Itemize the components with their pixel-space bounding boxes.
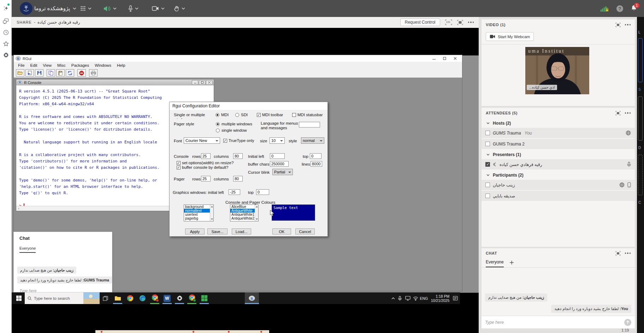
screen-share-icon[interactable] bbox=[0, 16, 12, 27]
print-button[interactable] bbox=[89, 69, 98, 77]
layout-thumbnail[interactable] bbox=[638, 38, 643, 82]
fullscreen-icon[interactable] bbox=[615, 23, 621, 27]
attendee-row[interactable]: زينب حاجيان bbox=[481, 180, 635, 190]
chat-pod-menu-button[interactable] bbox=[625, 252, 631, 254]
r-console-titlebar[interactable]: R R Console bbox=[16, 79, 214, 85]
set-options-checkbox[interactable] bbox=[177, 161, 181, 165]
word-button[interactable]: W bbox=[162, 292, 172, 304]
copy-button[interactable] bbox=[47, 69, 55, 77]
pods-menu-button[interactable] bbox=[80, 0, 91, 17]
fullscreen-icon[interactable] bbox=[615, 251, 621, 256]
microphone-button[interactable] bbox=[128, 0, 138, 17]
chrome-meet-button[interactable] bbox=[149, 292, 160, 304]
share-pod-menu-button[interactable] bbox=[468, 22, 474, 23]
group-presenters[interactable]: Presenters (1) bbox=[481, 150, 635, 159]
apply-button[interactable]: Apply bbox=[185, 228, 205, 234]
tray-network-icon[interactable] bbox=[412, 292, 419, 304]
menu-windows[interactable]: Windows bbox=[92, 63, 114, 67]
save-button[interactable]: Save... bbox=[207, 228, 228, 234]
attendee-checkbox[interactable] bbox=[485, 131, 490, 135]
request-control-button[interactable]: Request Control bbox=[400, 18, 440, 26]
graphics-top-input[interactable]: 0 bbox=[256, 189, 269, 195]
pager-columns-input[interactable]: 80 bbox=[233, 176, 243, 182]
tab-everyone[interactable]: Everyone bbox=[486, 260, 504, 267]
org-logo[interactable] bbox=[20, 2, 33, 15]
colour-component-list[interactable]: background normaltext usertext pagerbg bbox=[184, 204, 214, 221]
fullscreen-icon[interactable] bbox=[615, 111, 621, 115]
list-item[interactable]: AntiqueWhite1 bbox=[230, 213, 258, 216]
list-item[interactable]: usertext bbox=[184, 213, 213, 216]
pager-rows-input[interactable]: 25 bbox=[201, 176, 211, 182]
attendees-pod-menu-button[interactable] bbox=[625, 112, 631, 114]
listbox-scrollbar[interactable] bbox=[255, 205, 258, 221]
menu-edit[interactable]: Edit bbox=[28, 63, 40, 67]
tray-display-icon[interactable] bbox=[404, 292, 411, 304]
settings-button[interactable] bbox=[174, 292, 185, 304]
buffer-lines-input[interactable]: 8000 bbox=[311, 161, 322, 167]
load-button[interactable]: Load... bbox=[232, 228, 251, 234]
rgui-taskbar-button[interactable]: R bbox=[245, 292, 259, 304]
settings-rail-icon[interactable] bbox=[0, 49, 12, 61]
list-item-selected[interactable]: normaltext bbox=[184, 209, 213, 213]
taskbar-search[interactable] bbox=[25, 292, 100, 304]
size-select[interactable]: 10 bbox=[270, 137, 285, 144]
graphics-left-input[interactable]: -25 bbox=[229, 189, 240, 195]
speaker-button[interactable] bbox=[104, 0, 117, 17]
attendee-row[interactable]: GUMS Trauma 2 bbox=[481, 139, 635, 149]
initial-left-input[interactable]: 0 bbox=[270, 153, 285, 159]
mdi-radio[interactable] bbox=[215, 113, 219, 117]
group-participants[interactable]: Participants (2) bbox=[481, 170, 635, 180]
layout-thumbnail[interactable] bbox=[638, 155, 643, 195]
load-workspace-button[interactable] bbox=[25, 69, 34, 77]
multiple-windows-radio[interactable] bbox=[216, 122, 220, 126]
tray-language[interactable]: ENG bbox=[419, 292, 429, 304]
chrome-button[interactable] bbox=[125, 292, 135, 304]
minimize-button[interactable] bbox=[429, 55, 439, 62]
close-button[interactable] bbox=[450, 55, 460, 62]
console-rows-input[interactable]: 25 bbox=[201, 153, 211, 159]
stop-button[interactable] bbox=[77, 69, 86, 77]
tray-mic-icon[interactable] bbox=[397, 292, 403, 304]
cursor-blink-select[interactable]: Partial bbox=[272, 169, 293, 175]
menu-file[interactable]: File bbox=[15, 63, 28, 67]
list-item[interactable]: background bbox=[184, 205, 213, 209]
colour-name-list[interactable]: AliceBlue AntiqueWhite AntiqueWhite1 Ant… bbox=[230, 204, 259, 221]
start-webcam-button[interactable]: Start My Webcam bbox=[486, 32, 534, 41]
attendee-row[interactable]: صديقه بابايي bbox=[481, 191, 635, 201]
buffer-chars-input[interactable]: 250000 bbox=[270, 161, 289, 167]
save-button[interactable] bbox=[35, 69, 43, 77]
attendee-row[interactable]: رقيه فرهادي حسن كياده bbox=[481, 159, 635, 170]
mdi-toolbar-checkbox[interactable] bbox=[257, 113, 261, 117]
weather-widget[interactable] bbox=[83, 292, 100, 304]
chrome-profile-button[interactable] bbox=[187, 292, 197, 304]
webcam-button[interactable] bbox=[152, 0, 165, 17]
close-button[interactable] bbox=[206, 80, 212, 85]
ok-button[interactable]: OK bbox=[272, 228, 291, 234]
menu-help[interactable]: Help bbox=[114, 63, 128, 67]
layout-thumbnail[interactable] bbox=[638, 96, 643, 141]
restore-button[interactable] bbox=[199, 80, 205, 85]
menu-misc[interactable]: Misc bbox=[54, 63, 69, 67]
notifications-button[interactable]: 1 bbox=[631, 5, 637, 12]
fullscreen-icon[interactable] bbox=[457, 20, 463, 25]
help-button[interactable]: ? bbox=[616, 5, 623, 12]
action-center-button[interactable] bbox=[451, 292, 459, 304]
scroll-left-arrow[interactable]: ‹ bbox=[16, 206, 21, 211]
list-item[interactable]: pagerbg bbox=[184, 216, 213, 220]
rgui-titlebar[interactable]: R RGui bbox=[14, 55, 462, 62]
group-hosts[interactable]: Hosts (2) bbox=[481, 118, 635, 128]
send-message-button[interactable] bbox=[624, 319, 631, 326]
attendee-checkbox-checked[interactable] bbox=[485, 162, 490, 167]
tab-everyone[interactable]: Everyone bbox=[19, 246, 36, 253]
open-script-button[interactable] bbox=[16, 69, 24, 77]
start-button[interactable] bbox=[13, 292, 24, 304]
video-pod-menu-button[interactable] bbox=[625, 24, 631, 25]
mdi-statusbar-checkbox[interactable] bbox=[292, 113, 296, 117]
favorites-icon[interactable] bbox=[0, 38, 12, 49]
language-input[interactable] bbox=[299, 122, 320, 127]
minimize-button[interactable] bbox=[192, 80, 198, 85]
attendee-checkbox[interactable] bbox=[485, 183, 490, 187]
chat-input[interactable] bbox=[485, 320, 621, 325]
dialog-titlebar[interactable]: Rgui Configuration Editor bbox=[170, 102, 327, 110]
edge-button[interactable] bbox=[137, 292, 148, 304]
